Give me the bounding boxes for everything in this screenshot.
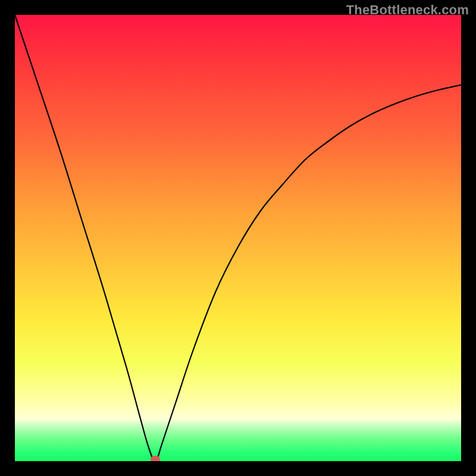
watermark-text: TheBottleneck.com	[346, 2, 469, 18]
chart-frame: TheBottleneck.com	[0, 0, 476, 476]
bottleneck-curve	[15, 15, 461, 461]
plot-area	[15, 15, 461, 461]
minimum-marker	[151, 456, 160, 461]
